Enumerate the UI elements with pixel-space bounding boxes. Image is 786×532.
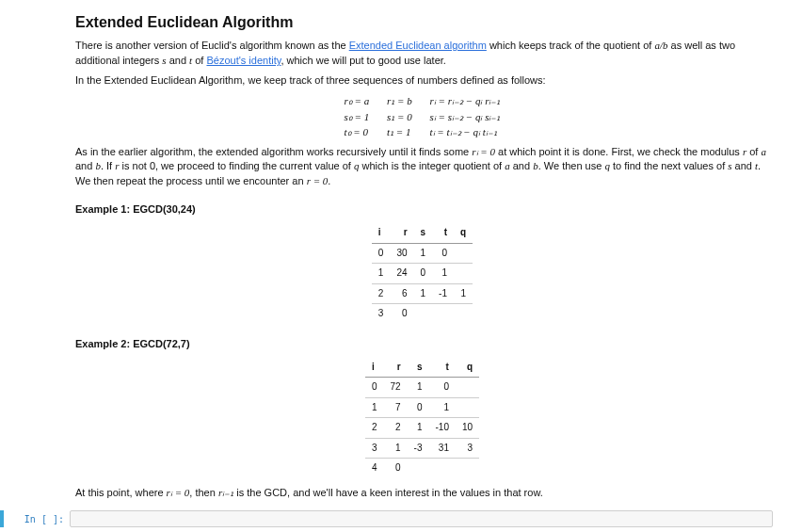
heading: Extended Euclidean Algorithm [75,11,769,33]
text: of [746,146,761,157]
text: There is another version of Euclid's alg… [75,40,349,51]
table-row: 40 [365,459,479,478]
table-row: 261-11 [372,283,473,304]
col-s: s [414,223,433,243]
text: which is the integer quotient of [359,160,505,171]
col-r: r [390,223,413,243]
link-bezout[interactable]: Bézout's identity [206,55,281,66]
table-row: 03010 [372,243,473,264]
math-col-2: r₁ = b s₁ = 0 t₁ = 1 [387,93,412,140]
conclusion-paragraph: At this point, where rᵢ = 0, then rᵢ₋₁ i… [75,486,769,501]
col-s: s [408,358,429,378]
math-var: a/b [654,40,667,51]
col-t: t [432,223,454,243]
text: at which point it is done. First, we che… [495,146,743,157]
markdown-cell: Extended Euclidean Algorithm There is an… [75,11,769,501]
text: is not 0, we proceed to finding the curr… [119,160,353,171]
example-1-title: Example 1: EGCD(30,24) [75,202,769,218]
text: . We then use [538,160,605,171]
table-row: 12401 [372,264,473,284]
example-1-table: i r s t q 03010 12401 261-11 30 [372,223,473,324]
math-var: r = 0 [307,175,329,186]
col-i: i [372,223,391,243]
text: As in the earlier algorithm, the extende… [75,146,472,157]
table-row: 31-3313 [365,438,479,459]
text: , then [189,487,218,498]
code-cell[interactable]: In [ ]: [0,510,786,527]
code-input[interactable] [70,510,773,527]
math-col-3: rᵢ = rᵢ₋₂ − qᵢ rᵢ₋₁ sᵢ = sᵢ₋₂ − qᵢ sᵢ₋₁ … [429,93,500,140]
paragraph: As in the earlier algorithm, the extende… [75,145,769,190]
text: At this point, where [75,487,167,498]
math-var: rᵢ₋₁ [218,487,233,498]
example-2-table: i r s t q 07210 1701 221-1010 31-3313 40 [365,358,479,478]
table-row: 30 [372,304,473,324]
text: and [510,160,533,171]
table-row: 1701 [365,397,479,418]
text: which keeps track of the quotient of [487,40,655,51]
col-q: q [456,358,479,378]
math-var: rᵢ = 0 [472,146,495,157]
math-col-1: r₀ = a s₀ = 1 t₀ = 0 [345,93,370,140]
intro-paragraph: There is another version of Euclid's alg… [75,39,769,69]
text: and [75,160,95,171]
col-i: i [365,358,384,378]
table-row: 221-1010 [365,418,479,439]
table-row: 07210 [365,378,479,398]
text: and [167,55,189,66]
table-header: i r s t q [372,223,473,243]
link-extended-euclidean[interactable]: Extended Euclidean algorithm [349,40,487,51]
text: , which we will put to good use later. [281,55,445,66]
col-q: q [454,223,473,243]
col-r: r [383,358,407,378]
paragraph: In the Extended Euclidean Algorithm, we … [75,73,769,89]
text: is the GCD, and we'll have a keen intere… [233,487,543,498]
table-header: i r s t q [365,358,479,378]
text: . [328,175,330,186]
example-2-title: Example 2: EGCD(72,7) [75,337,769,352]
text: and [732,160,755,171]
math-equations: r₀ = a s₀ = 1 t₀ = 0 r₁ = b s₁ = 0 t₁ = … [75,93,769,140]
math-var: rᵢ = 0 [167,487,190,498]
text: to find the next values of [610,160,728,171]
math-var: a [761,146,766,157]
input-prompt: In [ ]: [4,510,70,527]
text: . If [101,160,115,171]
col-t: t [429,358,456,378]
text: of [192,55,206,66]
